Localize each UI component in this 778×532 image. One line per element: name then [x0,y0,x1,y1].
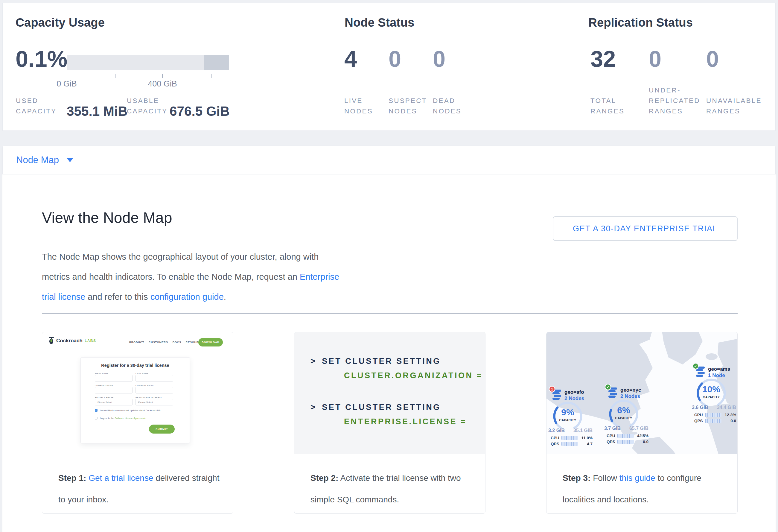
under-replicated-ranges-label: UNDER- REPLICATED RANGES [649,85,700,117]
trial-registration-form: Register for a 30-day trial license FIRS… [80,357,190,443]
reason-for-interest-label: REASON FOR INTEREST [136,396,162,398]
email-updates-checkbox-row[interactable]: ✓ I would like to receive email updates … [95,409,161,412]
axis-tick [67,74,67,78]
download-button[interactable]: DOWNLOAD [198,338,223,347]
cpu-sparkline [705,413,721,417]
get-trial-license-link[interactable]: Get a trial license [88,473,153,483]
under-replicated-ranges-count: 0 [649,47,662,71]
intro-paragraph: The Node Map shows the geographical layo… [42,247,339,307]
cluster-summary-panel: Capacity Usage Node Status Replication S… [2,3,776,131]
healthy-check-icon: ✓ [692,363,699,369]
capacity-label: CAPACITY [696,395,726,399]
locality-node-count: 2 Nodes [620,393,641,399]
step2-card: >SET CLUSTER SETTING CLUSTER.ORGANIZATIO… [294,332,485,514]
capacity-usage-title: Capacity Usage [15,16,105,29]
first-name-label: FIRST NAME [95,373,108,375]
checkbox-unchecked-icon[interactable] [95,417,97,420]
qps-sparkline [561,442,578,446]
node-map-placeholder-section: View the Node Map The Node Map shows the… [2,174,776,532]
locality-badge-ams[interactable]: ✓ geo=ams 1 Node [695,366,737,429]
license-agreement-checkbox-row[interactable]: I agree to the Software License Agreemen… [95,417,146,420]
sql-command: SET CLUSTER SETTING [322,403,441,412]
replication-status-title: Replication Status [589,16,693,29]
total-ranges-count: 32 [591,47,616,71]
dead-nodes-count: 0 [433,47,445,71]
capacity-percent: 6% [608,405,639,415]
configuration-guide-link[interactable]: configuration guide [150,292,224,302]
qps-value: 0.0 [636,440,648,444]
total-capacity: 34.4 GiB [717,405,736,410]
capacity-label: CAPACITY [608,416,639,420]
first-name-field[interactable] [95,375,133,381]
enterprise-trial-license-link[interactable]: Enterprise [300,272,339,282]
used-capacity-label: USED CAPACITY [16,85,57,117]
usable-capacity-value: 676.5 GiB [170,104,230,119]
software-license-agreement-link[interactable]: Software License Agreement. [114,417,146,420]
cpu-value: 12.3% [723,412,736,417]
nav-item-docs[interactable]: DOCS [173,341,181,344]
healthy-check-icon: ✓ [605,384,611,390]
locality-node-count: 1 Node [708,372,730,379]
axis-tick [211,74,212,78]
project-phase-select[interactable]: Please Select [95,399,133,405]
nav-item-customers[interactable]: CUSTOMERS [149,341,168,344]
cpu-label: CPU [607,434,615,438]
live-nodes-label: LIVE NODES [344,85,373,117]
company-name-field[interactable] [95,387,133,393]
unavailable-ranges-count: 0 [706,47,719,71]
sql-prompt: > [310,357,316,366]
total-capacity: 65.7 GiB [629,426,648,431]
cpu-label: CPU [694,412,703,417]
qps-sparkline [705,419,721,423]
sql-code-preview: >SET CLUSTER SETTING CLUSTER.ORGANIZATIO… [294,332,485,454]
locality-node-count: 2 Nodes [564,395,584,401]
used-capacity: 3.2 GiB [548,428,565,433]
node-map-dropdown[interactable]: Node Map [16,155,73,165]
submit-button[interactable]: SUBMIT [149,425,175,434]
locality-badge-nyc[interactable]: ✓ geo=nyc 2 Nodes [608,387,665,450]
page-title: View the Node Map [42,209,172,227]
project-phase-label: PROJECT PHASE [95,396,114,398]
live-nodes-count: 4 [344,47,357,71]
capacity-percent: 9% [552,407,583,417]
enterprise-trial-license-link[interactable]: trial license [42,292,85,302]
sql-command: SET CLUSTER SETTING [322,357,441,366]
step3-card: 1 geo=sfo 2 Nodes [546,332,737,514]
capacity-label: CAPACITY [552,418,583,422]
used-capacity: 3.6 GiB [692,405,708,410]
used-capacity-value: 355.1 MiB [67,104,128,119]
capacity-gauge: 6% CAPACITY [608,399,639,429]
view-selector-bar: Node Map [2,146,776,174]
form-title: Register for a 30-day trial license [81,363,189,368]
cluster-overview-page: Capacity Usage Node Status Replication S… [0,0,778,532]
last-name-label: LAST NAME [136,373,148,375]
capacity-gauge: 10% CAPACITY [696,378,726,408]
get-enterprise-trial-button[interactable]: GET A 30-DAY ENTERPRISE TRIAL [553,216,737,241]
reason-for-interest-select[interactable]: Please Select [136,399,173,405]
sql-setting-name: ENTERPRISE.LICENSE = [344,417,467,427]
capacity-percent: 0.1% [15,47,67,71]
step1-caption: Step 1: Get a trial license delivered st… [58,467,225,511]
capacity-gauge: 9% CAPACITY [552,401,583,432]
qps-value: 0.0 [723,419,736,423]
node-status-title: Node Status [344,16,414,29]
company-email-field[interactable] [136,387,173,393]
total-ranges-label: TOTAL RANGES [591,85,625,117]
locality-name: geo=sfo [564,389,584,395]
nav-item-product[interactable]: PRODUCT [129,341,144,344]
axis-tick [162,74,163,78]
suspect-nodes-label: SUSPECT NODES [389,85,427,117]
sql-prompt: > [310,403,316,412]
total-capacity: 35.1 GiB [573,428,593,433]
cpu-value: 11.0% [580,436,593,440]
last-name-field[interactable] [136,375,173,381]
locality-badge-sfo[interactable]: 1 geo=sfo 2 Nodes [552,389,609,452]
this-guide-link[interactable]: this guide [619,473,655,483]
checkbox-checked-icon[interactable]: ✓ [95,409,97,412]
unavailable-ranges-label: UNAVAILABLE RANGES [706,85,762,117]
node-map-dropdown-label: Node Map [16,155,59,165]
cpu-value: 42.5% [636,434,648,438]
node-map-preview: 1 geo=sfo 2 Nodes [546,332,737,454]
qps-label: QPS [607,440,615,444]
section-divider [42,313,737,314]
